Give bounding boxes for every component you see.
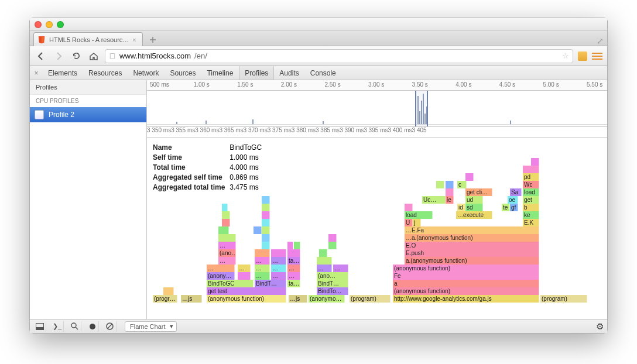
flame-bar[interactable]: Uc… xyxy=(422,196,446,204)
flame-bar[interactable] xyxy=(218,234,236,242)
flame-bar[interactable]: te xyxy=(502,204,510,211)
flame-bar[interactable]: ie xyxy=(446,196,454,204)
flame-bar[interactable]: E.K xyxy=(523,219,539,226)
reload-button[interactable] xyxy=(70,50,83,63)
devtools-tab-resources[interactable]: Resources xyxy=(83,66,128,80)
flame-bar[interactable]: … xyxy=(287,265,300,272)
flame-bar[interactable] xyxy=(446,188,454,196)
flame-bar[interactable]: (anonymo… xyxy=(309,295,345,303)
search-icon[interactable] xyxy=(69,321,81,332)
flame-bar[interactable] xyxy=(465,173,474,181)
flame-bar[interactable] xyxy=(319,249,327,257)
flame-bar[interactable]: … xyxy=(238,265,251,272)
flame-bar[interactable]: E.push xyxy=(405,249,539,257)
flame-bar[interactable] xyxy=(446,181,454,188)
flame-bar[interactable] xyxy=(328,242,337,249)
flame-bar[interactable] xyxy=(262,234,270,242)
flame-bar[interactable] xyxy=(254,226,262,234)
flame-bar[interactable]: BindT… xyxy=(255,280,286,287)
flame-bar[interactable] xyxy=(294,242,300,249)
address-bar[interactable]: www.html5rocks.com/en/ ☆ xyxy=(105,49,573,63)
flame-bar[interactable]: get xyxy=(523,196,539,204)
detail-ruler[interactable]: 3 350 ms3 355 ms3 360 ms3 365 ms3 370 ms… xyxy=(147,127,607,138)
back-button[interactable] xyxy=(35,50,47,63)
flame-bar[interactable]: a xyxy=(393,280,539,287)
minimize-window-button[interactable] xyxy=(46,21,53,28)
flame-bar[interactable]: (anonymous function) xyxy=(393,265,539,272)
flame-bar[interactable]: … xyxy=(271,257,286,265)
flame-bar[interactable]: load xyxy=(523,188,539,196)
flame-bar[interactable]: BindT… xyxy=(317,280,348,287)
flame-bar[interactable]: (ano… xyxy=(218,249,236,257)
view-mode-select[interactable]: Flame Chart xyxy=(125,321,177,332)
flame-bar[interactable] xyxy=(238,272,251,280)
flame-bar[interactable] xyxy=(262,211,270,219)
flame-bar[interactable] xyxy=(222,204,228,211)
bookmark-star-icon[interactable]: ☆ xyxy=(562,51,569,60)
flame-bar[interactable] xyxy=(271,249,286,257)
flame-bar[interactable]: BindTo… xyxy=(317,287,348,295)
flame-bar[interactable]: gf xyxy=(510,204,518,211)
extension-icon[interactable] xyxy=(578,51,587,61)
flame-bar[interactable]: E.O xyxy=(405,242,539,249)
flame-bar[interactable]: …js xyxy=(289,295,307,303)
chrome-menu-button[interactable] xyxy=(592,53,602,60)
flame-bar[interactable]: ke xyxy=(523,211,539,219)
flame-bar[interactable] xyxy=(287,249,300,257)
flame-bar[interactable]: … xyxy=(271,265,286,272)
devtools-tab-console[interactable]: Console xyxy=(305,66,342,80)
flame-bar[interactable] xyxy=(405,204,413,211)
flame-bar[interactable]: … xyxy=(271,272,286,280)
flame-bar[interactable] xyxy=(436,181,444,188)
clear-icon[interactable] xyxy=(104,321,117,332)
flame-bar[interactable]: (program) xyxy=(540,295,587,303)
flame-bar[interactable]: ta… xyxy=(287,257,300,265)
forward-button[interactable] xyxy=(52,50,65,63)
devtools-close-icon[interactable]: × xyxy=(30,69,43,77)
devtools-tab-sources[interactable]: Sources xyxy=(165,66,201,80)
new-tab-button[interactable] xyxy=(146,34,159,46)
devtools-tab-profiles[interactable]: Profiles xyxy=(239,66,274,80)
flame-bar[interactable]: a.(anonymous function) xyxy=(405,257,539,265)
flame-bar[interactable] xyxy=(287,242,293,249)
flame-bar[interactable]: ud xyxy=(465,196,483,204)
flame-bar[interactable]: … xyxy=(218,242,236,249)
flame-bar[interactable] xyxy=(317,257,332,265)
record-icon[interactable] xyxy=(86,321,99,332)
flame-bar[interactable]: (progr… xyxy=(153,295,177,303)
flame-bar[interactable]: … xyxy=(333,265,348,272)
flame-bar[interactable]: … xyxy=(207,265,235,272)
devtools-tab-audits[interactable]: Audits xyxy=(274,66,304,80)
flame-bar[interactable]: load xyxy=(405,211,433,219)
flame-bar[interactable]: … xyxy=(317,265,332,272)
devtools-tab-elements[interactable]: Elements xyxy=(43,66,83,80)
flame-chart[interactable]: NameBindToGC Self time1.000 ms Total tim… xyxy=(147,138,607,319)
flame-bar[interactable]: (program) xyxy=(350,295,391,303)
flame-bar[interactable]: b xyxy=(523,204,539,211)
flame-bar[interactable]: (anony… xyxy=(207,272,235,280)
flame-bar[interactable] xyxy=(163,287,174,295)
flame-bar[interactable]: pd xyxy=(523,173,539,181)
flame-bar[interactable]: http://www.google-analytics.com/ga.js xyxy=(393,295,539,303)
flame-bar[interactable] xyxy=(523,166,539,173)
flame-bar[interactable]: (ano… xyxy=(317,272,348,280)
overview-ruler[interactable]: 500 ms1.00 s1.50 s2.00 s2.50 s3.00 s3.50… xyxy=(147,80,607,91)
selection-region[interactable] xyxy=(415,91,428,126)
flame-bar[interactable] xyxy=(218,226,229,234)
overview-strip[interactable] xyxy=(147,91,607,127)
flame-bar[interactable]: … xyxy=(255,272,270,280)
flame-bar[interactable] xyxy=(262,226,270,234)
flame-bar[interactable]: …execute xyxy=(456,211,492,219)
flame-bar[interactable]: … xyxy=(255,257,270,265)
flame-bar[interactable]: U xyxy=(405,219,413,226)
flame-bar[interactable] xyxy=(531,158,539,166)
flame-bar[interactable]: BindToGC xyxy=(207,280,254,287)
flame-bar[interactable]: Fe xyxy=(393,272,539,280)
settings-gear-icon[interactable]: ⚙ xyxy=(596,321,604,332)
devtools-tab-network[interactable]: Network xyxy=(128,66,165,80)
flame-bar[interactable]: …a.(anonymous function) xyxy=(405,234,539,242)
flame-bar[interactable] xyxy=(262,196,270,204)
flame-bar[interactable]: oe xyxy=(508,196,518,204)
flame-bar[interactable]: Wc xyxy=(523,181,539,188)
flame-bar[interactable]: … xyxy=(218,257,236,265)
